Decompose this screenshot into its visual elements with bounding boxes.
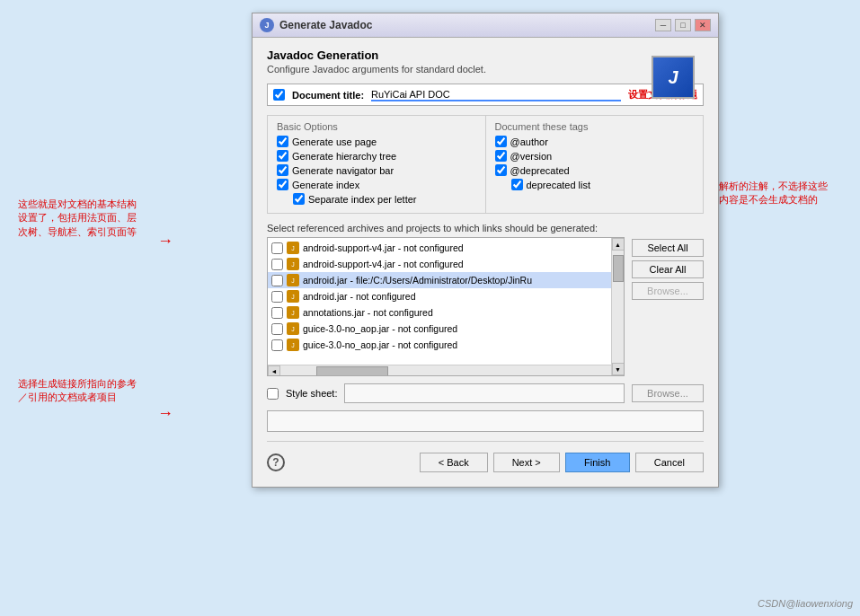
divider [267, 441, 704, 442]
section-subtitle: Configure Javadoc arguments for standard… [267, 64, 704, 75]
opt-index-cb[interactable] [277, 179, 288, 190]
tag-version-cb[interactable] [495, 150, 507, 162]
archive-item-0[interactable]: J android-support-v4.jar - not configure… [268, 240, 624, 256]
annotation-left-top: 这些就是对文档的基本结构设置了，包括用法页面、层次树、导航栏、索引页面等 [18, 198, 144, 239]
archive-icon-0: J [287, 242, 299, 254]
opt-navigator: Generate navigator bar [277, 164, 476, 176]
scroll-down-btn[interactable]: ▼ [612, 363, 625, 375]
opt-separate-index-cb[interactable] [293, 193, 305, 205]
watermark: CSDN@liaowenxiong [758, 598, 853, 609]
header-section: J Javadoc Generation Configure Javadoc a… [267, 48, 704, 75]
opt-index-label: Generate index [292, 180, 359, 190]
stylesheet-input[interactable] [344, 383, 625, 403]
h-scroll-thumb[interactable] [316, 366, 388, 377]
annotation-left-bottom: 选择生成链接所指向的参考／引用的文档或者项目 [18, 377, 144, 405]
bottom-buttons: ? < Back Next > Finish Cancel [267, 449, 704, 476]
browse-stylesheet-button[interactable]: Browse... [632, 384, 704, 402]
basic-options-label: Basic Options [277, 121, 476, 132]
scroll-up-btn[interactable]: ▲ [612, 238, 625, 251]
title-bar: J Generate Javadoc ─ □ ✕ [253, 13, 718, 38]
archive-cb-2[interactable] [271, 275, 283, 286]
document-title-input[interactable] [371, 89, 621, 101]
archive-name-6: guice-3.0-no_aop.jar - not configured [303, 339, 457, 350]
archives-list-wrapper: J android-support-v4.jar - not configure… [267, 237, 625, 376]
archives-list-container[interactable]: J android-support-v4.jar - not configure… [267, 237, 625, 376]
opt-use-page: Generate use page [277, 136, 476, 147]
archives-label: Select referenced archives and projects … [267, 223, 704, 233]
maximize-button[interactable]: □ [675, 19, 691, 31]
archive-icon-4: J [287, 306, 299, 319]
archive-cb-1[interactable] [271, 259, 283, 270]
archive-name-2: android.jar - file:/C:/Users/Administrat… [303, 275, 532, 286]
archive-item-3[interactable]: J android.jar - not configured [268, 288, 624, 304]
help-button[interactable]: ? [267, 453, 285, 471]
horizontal-scrollbar[interactable]: ◄ ► [268, 365, 624, 376]
h-scroll-track[interactable] [280, 365, 611, 377]
desktop: 这些就是对文档的基本结构设置了，包括用法页面、层次树、导航栏、索引页面等 选择生… [0, 0, 860, 616]
archive-name-1: android-support-v4.jar - not configured [303, 259, 464, 269]
javadoc-logo: J [652, 56, 695, 99]
options-row: Basic Options Generate use page Generate… [267, 115, 704, 214]
document-title-checkbox[interactable] [273, 89, 285, 101]
arrow-top: → [157, 232, 173, 251]
archive-item-2[interactable]: J android.jar - file:/C:/Users/Administr… [268, 272, 624, 288]
archive-item-6[interactable]: J guice-3.0-no_aop.jar - not configured [268, 337, 624, 353]
archive-icon-1: J [287, 258, 299, 270]
archive-item-4[interactable]: J annotations.jar - not configured [268, 304, 624, 321]
opt-separate-index-label: Separate index per letter [308, 194, 416, 205]
document-title-row: Document title: 设置文档的标题 [267, 84, 704, 106]
opt-hierarchy-cb[interactable] [277, 150, 288, 162]
minimize-button[interactable]: ─ [655, 19, 671, 31]
select-all-button[interactable]: Select All [632, 239, 704, 257]
stylesheet-row: Style sheet: Browse... [267, 383, 704, 403]
tag-author-cb[interactable] [495, 136, 507, 147]
tag-author-label: @author [510, 136, 548, 147]
archive-icon-5: J [287, 322, 299, 335]
tag-deprecated-list-cb[interactable] [511, 179, 523, 190]
archives-list: J android-support-v4.jar - not configure… [268, 238, 624, 365]
archive-cb-3[interactable] [271, 291, 283, 303]
nav-buttons: < Back Next > Finish Cancel [420, 453, 704, 472]
close-button[interactable]: ✕ [695, 19, 711, 31]
archive-name-4: annotations.jar - not configured [303, 307, 433, 318]
dialog-title: Generate Javadoc [279, 19, 372, 31]
archive-name-3: android.jar - not configured [303, 291, 416, 302]
scroll-thumb[interactable] [613, 255, 624, 282]
opt-use-page-cb[interactable] [277, 136, 288, 147]
vertical-scrollbar[interactable]: ▲ ▼ [611, 238, 624, 375]
arrow-bottom: → [157, 404, 173, 423]
h-scroll-left-btn[interactable]: ◄ [268, 365, 280, 377]
tag-deprecated-list-label: deprecated list [527, 180, 591, 190]
document-title-label: Document title: [292, 90, 364, 101]
opt-navigator-cb[interactable] [277, 164, 288, 176]
archive-cb-0[interactable] [271, 242, 283, 254]
title-controls: ─ □ ✕ [655, 19, 711, 31]
archives-section: J android-support-v4.jar - not configure… [267, 237, 704, 376]
tag-version: @version [495, 150, 695, 162]
tag-deprecated-label: @deprecated [510, 165, 570, 176]
cancel-button[interactable]: Cancel [635, 453, 704, 472]
extra-input[interactable] [267, 410, 704, 432]
archive-cb-4[interactable] [271, 307, 283, 319]
archive-cb-5[interactable] [271, 323, 283, 335]
tag-version-label: @version [510, 151, 553, 162]
scroll-track[interactable] [612, 251, 625, 363]
tag-deprecated-list: deprecated list [511, 179, 695, 190]
clear-all-button[interactable]: Clear All [632, 260, 704, 278]
archive-item-1[interactable]: J android-support-v4.jar - not configure… [268, 256, 624, 272]
next-button[interactable]: Next > [493, 453, 560, 472]
archive-cb-6[interactable] [271, 339, 283, 351]
stylesheet-label: Style sheet: [286, 388, 337, 399]
back-button[interactable]: < Back [420, 453, 488, 472]
browse-archives-button[interactable]: Browse... [632, 282, 704, 300]
title-bar-left: J Generate Javadoc [260, 18, 372, 32]
opt-navigator-label: Generate navigator bar [292, 165, 394, 176]
finish-button[interactable]: Finish [565, 453, 630, 472]
stylesheet-checkbox[interactable] [267, 388, 279, 400]
tag-author: @author [495, 136, 695, 147]
archive-name-5: guice-3.0-no_aop.jar - not configured [303, 323, 457, 334]
opt-hierarchy: Generate hierarchy tree [277, 150, 476, 162]
tag-deprecated-cb[interactable] [495, 164, 507, 176]
tags-label: Document these tags [495, 121, 695, 132]
archive-item-5[interactable]: J guice-3.0-no_aop.jar - not configured [268, 321, 624, 337]
